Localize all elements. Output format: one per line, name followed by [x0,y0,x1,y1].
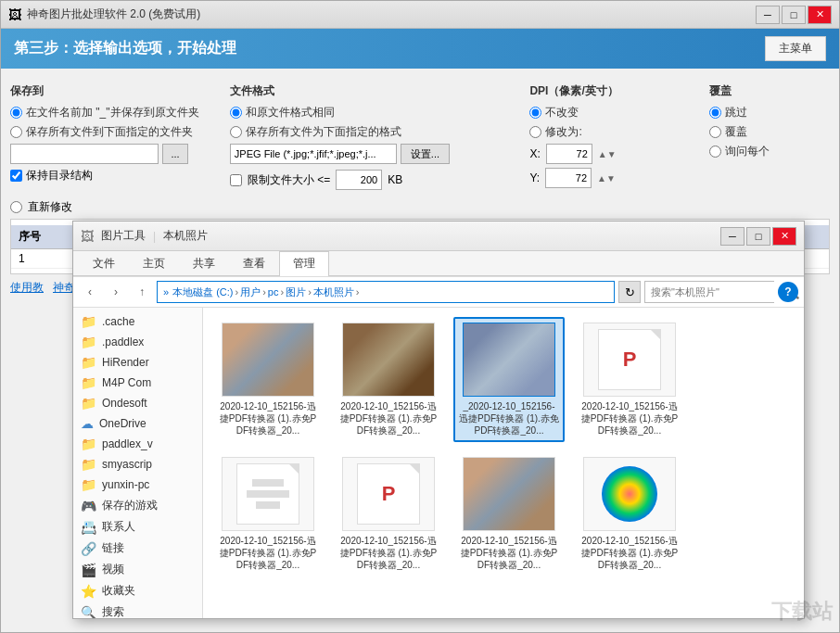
sidebar-item-paddlexv[interactable]: 📁 paddlex_v [73,434,202,454]
save-option-1-radio[interactable] [10,107,22,119]
folder-path-row: ... [10,144,211,164]
file-item-6[interactable]: P 2020-12-10_152156-迅捷PDF转换器 (1).赤免PDF转换… [333,451,444,576]
sidebar-item-m4p[interactable]: 📁 M4P Com [73,373,202,393]
file-item-7[interactable]: 2020-12-10_152156-迅捷PDF转换器 (1).赤免PDF转换器_… [453,451,565,576]
file-thumb-8 [583,457,676,531]
dpi-y-input[interactable] [545,168,592,188]
tab-file[interactable]: 文件 [79,251,129,275]
sidebar-item-saved-games[interactable]: 🎮 保存的游戏 [73,495,202,516]
path-pc[interactable]: pc [268,286,279,298]
tab-view[interactable]: 查看 [229,251,279,275]
sidebar-item-favorites[interactable]: ⭐ 收藏夹 [73,580,202,601]
path-computer[interactable]: » [163,286,169,298]
doc-icon-6: P [357,463,421,525]
back-button[interactable]: ‹ [79,282,101,302]
browse-button[interactable]: ... [162,144,188,164]
dpi-option-2-radio[interactable] [529,126,541,138]
sidebar-item-contacts[interactable]: 📇 联系人 [73,516,202,538]
video-icon: 🎬 [81,563,96,577]
dpi-x-input[interactable] [546,144,592,164]
sidebar-item-hirender[interactable]: 📁 HiRender [73,352,202,373]
format-group: 文件格式 和原文件格式相同 保存所有文件为下面指定的格式 设置... 限制文件大… [230,83,512,190]
explorer-icon: 🖼 [81,229,94,244]
cover-option-2-radio[interactable] [709,126,721,138]
filesize-unit: KB [388,173,402,186]
format-input[interactable] [230,144,397,164]
file-thumb-4: P [583,323,676,397]
minimize-button[interactable]: ─ [756,6,780,24]
sidebar-item-videos[interactable]: 🎬 视频 [73,559,202,580]
path-pictures[interactable]: 图片 [286,285,306,299]
maximize-button[interactable]: □ [782,6,806,24]
app-title: 神奇图片批处理软件 2.0 (免费试用) [27,6,200,22]
sidebar-label-cache: .cache [102,315,134,328]
forward-button[interactable]: › [105,282,127,302]
sidebar-label-links: 链接 [102,540,124,556]
sidebar-item-yunxin[interactable]: 📁 yunxin-pc [73,475,202,495]
address-path[interactable]: » 本地磁盘 (C:) › 用户 › pc › 图片 › 本机照片 › [157,281,615,303]
sidebar-label-m4p: M4P Com [102,376,151,389]
cover-option-1-radio[interactable] [709,107,721,119]
file-item-8[interactable]: 2020-12-10_152156-迅捷PDF转换器 (1).赤免PDF转换器_… [574,451,685,576]
format-option-2-radio[interactable] [230,126,242,138]
save-option-2-radio[interactable] [10,126,22,138]
wps-icon-6: P [382,482,396,506]
cover-option-3: 询问每个 [709,144,830,159]
sidebar-label-saved-games: 保存的游戏 [102,498,158,513]
dpi-option-1-radio[interactable] [529,107,541,119]
path-photos[interactable]: 本机照片 [313,285,354,299]
ribbon: 文件 主页 共享 查看 管理 [73,251,804,277]
folder-icon-ondesoft: 📁 [81,396,96,411]
sidebar-item-cache[interactable]: 📁 .cache [73,311,202,332]
help-button[interactable]: ? [778,282,798,302]
doc-icon-4: P [598,329,662,390]
sidebar-item-smy[interactable]: 📁 smyascrip [73,454,202,475]
sidebar-item-onedrive[interactable]: ☁ OneDrive [73,413,202,434]
file-name-6: 2020-12-10_152156-迅捷PDF转换器 (1).赤免PDF转换器_… [338,535,439,571]
app-titlebar: 🖼 神奇图片批处理软件 2.0 (免费试用) ─ □ ✕ [1,1,839,29]
sidebar-label-yunxin: yunxin-pc [102,478,149,491]
up-button[interactable]: ↑ [131,282,153,302]
doc-fold-5 [289,464,299,474]
format-option-2: 保存所有文件为下面指定的格式 [230,124,512,140]
filesize-checkbox[interactable] [230,174,242,186]
tab-manage[interactable]: 管理 [279,251,329,276]
explorer-close-button[interactable]: ✕ [772,227,796,246]
tab-home[interactable]: 主页 [129,251,179,275]
folder-icon-m4p: 📁 [81,375,96,390]
settings-button[interactable]: 设置... [401,144,450,164]
save-to-title: 保存到 [10,83,211,99]
file-item-1[interactable]: 2020-12-10_152156-迅捷PDF转换器 (1).赤免PDF转换器_… [212,317,324,442]
filesize-input[interactable] [336,170,382,190]
file-item-5[interactable]: 2020-12-10_152156-迅捷PDF转换器 (1).赤免PDF转换器_… [212,451,324,576]
dpi-y-label: Y: [529,171,540,184]
file-item-3[interactable]: _2020-12-10_152156-迅捷PDF转换器 (1).赤免PDF转换器… [453,317,565,442]
sidebar-item-ondesoft[interactable]: 📁 Ondesoft [73,393,202,413]
main-menu-button[interactable]: 主菜单 [765,36,826,61]
tab-share[interactable]: 共享 [179,251,229,275]
use-guide-link[interactable]: 使用教 [10,280,44,296]
keep-structure-checkbox[interactable] [10,170,22,182]
cover-option-3-label: 询问每个 [725,144,770,159]
path-user[interactable]: 用户 [240,285,261,299]
close-button[interactable]: ✕ [808,6,832,24]
path-drive[interactable]: 本地磁盘 (C:) [172,285,233,299]
dpi-group: DPI（像素/英寸） 不改变 修改为: X: ▲▼ Y: ▲▼ [529,83,690,190]
format-option-1-radio[interactable] [230,107,242,119]
file-item-4[interactable]: P 2020-12-10_152156-迅捷PDF转换器 (1).赤免PDF转换… [574,317,685,442]
folder-path-input[interactable] [10,144,159,164]
explorer-maximize-button[interactable]: □ [746,227,770,246]
format-title: 文件格式 [230,83,512,99]
sidebar-item-search[interactable]: 🔍 搜索 [73,601,202,618]
save-to-group: 保存到 在文件名前加 "_"并保存到原文件夹 保存所有文件到下面指定的文件夹 .… [10,83,211,190]
file-item-2[interactable]: 2020-12-10_152156-迅捷PDF转换器 (1).赤免PDF转换器_… [333,317,444,442]
sidebar-item-paddlex[interactable]: 📁 .paddlex [73,332,202,352]
sidebar-item-links[interactable]: 🔗 链接 [73,538,202,559]
cover-option-3-radio[interactable] [709,146,721,158]
explorer-controls: ─ □ ✕ [720,227,796,246]
refresh-button[interactable]: ↻ [618,281,641,303]
search-input[interactable] [645,282,784,302]
explorer-minimize-button[interactable]: ─ [720,227,745,246]
direct-edit-radio[interactable] [10,201,22,213]
ribbon-tabs: 文件 主页 共享 查看 管理 [73,251,804,276]
